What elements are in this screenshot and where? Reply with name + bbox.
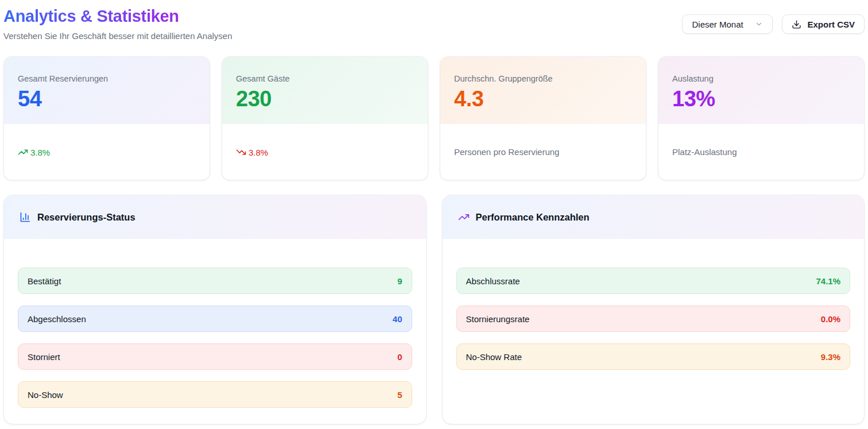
metric-value: 9.3% bbox=[821, 352, 840, 362]
stat-value: 4.3 bbox=[454, 87, 632, 111]
stat-card-top: Durchschn. Gruppengröße 4.3 bbox=[440, 57, 646, 124]
stat-card-reservierungen: Gesamt Reservierungen 54 3.8% bbox=[3, 56, 210, 180]
stat-card-top: Gesamt Reservierungen 54 bbox=[4, 57, 210, 124]
status-value: 40 bbox=[393, 314, 402, 324]
trending-down-icon bbox=[236, 147, 246, 157]
panel-title: Reservierungs-Status bbox=[37, 212, 135, 223]
trending-up-icon bbox=[18, 147, 28, 157]
stat-label: Durchschn. Gruppengröße bbox=[454, 74, 632, 83]
header-titles: Analytics & Statistiken Verstehen Sie Ih… bbox=[3, 7, 232, 41]
panel-body: Abschlussrate 74.1% Stornierungsrate 0.0… bbox=[443, 239, 865, 424]
stat-value: 230 bbox=[236, 87, 414, 111]
status-label: No-Show bbox=[28, 390, 63, 400]
stat-card-gruppengroesse: Durchschn. Gruppengröße 4.3 Personen pro… bbox=[440, 56, 646, 180]
stat-label: Gesamt Gäste bbox=[236, 74, 414, 83]
stat-card-bottom: 3.8% bbox=[222, 124, 428, 157]
status-row-bestaetigt: Bestätigt 9 bbox=[18, 268, 412, 294]
metric-label: Stornierungsrate bbox=[466, 314, 530, 324]
page-header: Analytics & Statistiken Verstehen Sie Ih… bbox=[3, 0, 865, 41]
trend-value: 3.8% bbox=[249, 148, 268, 157]
stat-cards-row: Gesamt Reservierungen 54 3.8% Gesamt Gäs… bbox=[3, 56, 865, 180]
stat-value: 13% bbox=[672, 87, 850, 111]
panels-row: Reservierungs-Status Bestätigt 9 Abgesch… bbox=[3, 195, 865, 424]
export-csv-button[interactable]: Export CSV bbox=[782, 14, 865, 34]
panel-reservierungs-status: Reservierungs-Status Bestätigt 9 Abgesch… bbox=[3, 195, 427, 424]
trend-indicator: 3.8% bbox=[236, 147, 414, 157]
trending-up-icon bbox=[458, 211, 470, 223]
trend-value: 3.8% bbox=[30, 148, 50, 157]
stat-value: 54 bbox=[18, 87, 196, 111]
panel-body: Bestätigt 9 Abgeschlossen 40 Storniert 0… bbox=[4, 239, 426, 424]
stat-label: Gesamt Reservierungen bbox=[18, 74, 196, 83]
metric-label: Abschlussrate bbox=[466, 276, 520, 286]
panel-header: Reservierungs-Status bbox=[4, 195, 426, 239]
metric-label: No-Show Rate bbox=[466, 352, 522, 362]
status-label: Abgeschlossen bbox=[28, 314, 86, 324]
status-row-abgeschlossen: Abgeschlossen 40 bbox=[18, 306, 412, 332]
header-controls: Dieser Monat Export CSV bbox=[682, 14, 865, 34]
stat-card-top: Gesamt Gäste 230 bbox=[222, 57, 428, 124]
status-value: 0 bbox=[397, 352, 402, 362]
stat-card-bottom: Platz-Auslastung bbox=[658, 124, 864, 157]
status-row-storniert: Storniert 0 bbox=[18, 343, 412, 370]
stat-subtitle: Platz-Auslastung bbox=[672, 147, 850, 157]
panel-title: Performance Kennzahlen bbox=[476, 212, 590, 223]
trend-indicator: 3.8% bbox=[18, 147, 196, 157]
analytics-page: Analytics & Statistiken Verstehen Sie Ih… bbox=[0, 0, 868, 424]
stat-card-auslastung: Auslastung 13% Platz-Auslastung bbox=[658, 56, 865, 180]
bar-chart-icon bbox=[20, 211, 31, 223]
status-row-no-show: No-Show 5 bbox=[18, 381, 412, 408]
status-value: 5 bbox=[397, 390, 402, 400]
period-select-value: Dieser Monat bbox=[692, 20, 743, 29]
stat-label: Auslastung bbox=[672, 74, 850, 83]
status-value: 9 bbox=[397, 276, 402, 286]
stat-card-bottom: Personen pro Reservierung bbox=[440, 124, 646, 157]
stat-card-top: Auslastung 13% bbox=[658, 57, 864, 124]
status-label: Bestätigt bbox=[28, 276, 61, 286]
period-select[interactable]: Dieser Monat bbox=[682, 14, 773, 34]
metric-row-abschlussrate: Abschlussrate 74.1% bbox=[456, 268, 851, 294]
export-csv-label: Export CSV bbox=[807, 20, 855, 29]
stat-card-bottom: 3.8% bbox=[4, 124, 210, 157]
status-label: Storniert bbox=[28, 352, 60, 362]
panel-header: Performance Kennzahlen bbox=[443, 195, 865, 239]
download-icon bbox=[792, 20, 801, 29]
page-title: Analytics & Statistiken bbox=[3, 7, 179, 26]
metric-row-stornierungsrate: Stornierungsrate 0.0% bbox=[456, 306, 851, 332]
page-subtitle: Verstehen Sie Ihr Geschäft besser mit de… bbox=[3, 31, 232, 41]
stat-subtitle: Personen pro Reservierung bbox=[454, 147, 632, 157]
metric-value: 0.0% bbox=[821, 314, 840, 324]
stat-card-gaeste: Gesamt Gäste 230 3.8% bbox=[222, 56, 428, 180]
chevron-down-icon bbox=[755, 20, 763, 28]
panel-performance-kennzahlen: Performance Kennzahlen Abschlussrate 74.… bbox=[442, 195, 865, 424]
metric-value: 74.1% bbox=[816, 276, 840, 286]
metric-row-no-show-rate: No-Show Rate 9.3% bbox=[456, 343, 851, 370]
